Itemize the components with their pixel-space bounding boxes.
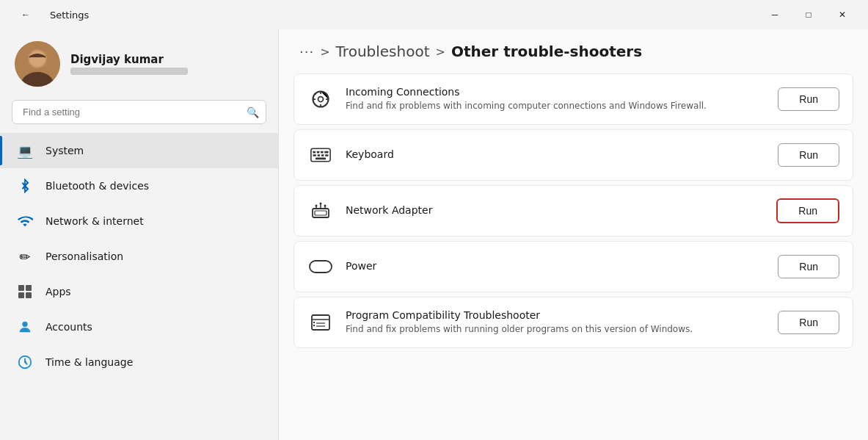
content-header: ··· > Troubleshoot > Other trouble-shoot…: [279, 29, 868, 73]
sidebar-item-network-label: Network & internet: [45, 215, 144, 227]
troubleshooter-list: Incoming Connections Find and fix proble…: [279, 73, 868, 348]
app-body: Digvijay kumar 🔍 💻 System Bluetooth & de…: [0, 29, 868, 440]
ts-title-compatibility: Program Compatibility Troubleshooter: [346, 309, 766, 321]
apps-icon: [15, 281, 35, 302]
power-icon: [307, 253, 334, 280]
sidebar-item-personalisation[interactable]: ✏️ Personalisation: [0, 239, 278, 274]
ts-item-incoming: Incoming Connections Find and fix proble…: [293, 73, 853, 125]
ts-desc-compatibility: Find and fix problems with running older…: [346, 323, 766, 336]
back-button[interactable]: ←: [9, 3, 43, 26]
sidebar-item-system[interactable]: 💻 System: [0, 133, 278, 168]
ts-title-network: Network Adapter: [346, 204, 765, 216]
time-icon: [15, 352, 35, 372]
ts-desc-incoming: Find and fix problems with incoming comp…: [346, 100, 766, 112]
svg-point-8: [22, 322, 27, 327]
svg-rect-17: [313, 154, 316, 156]
nav-list: 💻 System Bluetooth & devices Network & i…: [0, 133, 278, 380]
search-icon: 🔍: [247, 107, 259, 118]
ts-info-compatibility: Program Compatibility Troubleshooter Fin…: [346, 309, 766, 336]
svg-rect-20: [325, 154, 328, 156]
svg-point-3: [29, 51, 45, 67]
svg-point-29: [320, 203, 322, 205]
app-title: Settings: [50, 10, 89, 21]
svg-rect-15: [321, 151, 324, 154]
user-info: Digvijay kumar: [70, 53, 188, 75]
personalisation-icon: ✏️: [15, 246, 35, 267]
sidebar-item-accounts[interactable]: Accounts: [0, 309, 278, 345]
svg-rect-6: [18, 292, 24, 298]
svg-rect-36: [313, 325, 315, 326]
user-profile: Digvijay kumar: [0, 29, 278, 100]
sidebar-item-time-label: Time & language: [45, 356, 133, 368]
svg-rect-16: [324, 151, 328, 154]
close-button[interactable]: ✕: [825, 3, 859, 26]
breadcrumb-sep-1: >: [320, 45, 329, 59]
svg-rect-23: [315, 211, 327, 215]
back-icon: ←: [21, 10, 30, 20]
user-email: [70, 68, 188, 75]
breadcrumb-dots: ···: [299, 44, 314, 59]
minimize-button[interactable]: ─: [758, 3, 792, 26]
svg-rect-7: [26, 292, 32, 298]
ts-info-power: Power: [346, 260, 766, 274]
sidebar: Digvijay kumar 🔍 💻 System Bluetooth & de…: [0, 29, 279, 440]
incoming-icon: [307, 86, 334, 112]
maximize-button[interactable]: □: [792, 3, 825, 26]
svg-rect-18: [318, 154, 321, 156]
window-controls: ─ □ ✕: [758, 3, 859, 26]
ts-item-network: Network Adapter Run: [293, 185, 853, 237]
run-button-keyboard[interactable]: Run: [778, 143, 839, 167]
sidebar-item-apps[interactable]: Apps: [0, 274, 278, 309]
user-name: Digvijay kumar: [70, 53, 188, 66]
keyboard-icon: [307, 142, 334, 168]
search-input[interactable]: [12, 100, 266, 124]
ts-info-keyboard: Keyboard: [346, 148, 766, 162]
bluetooth-icon: [15, 176, 35, 196]
breadcrumb-sep-2: >: [436, 45, 445, 59]
svg-rect-19: [321, 154, 324, 156]
svg-point-27: [316, 205, 318, 207]
main-content: ··· > Troubleshoot > Other trouble-shoot…: [279, 29, 868, 440]
svg-point-28: [324, 205, 327, 207]
sidebar-item-bluetooth[interactable]: Bluetooth & devices: [0, 168, 278, 203]
svg-rect-30: [310, 261, 332, 273]
run-button-compatibility[interactable]: Run: [778, 311, 839, 334]
svg-point-11: [318, 97, 324, 102]
breadcrumb-troubleshoot[interactable]: Troubleshoot: [336, 43, 430, 60]
sidebar-item-personalisation-label: Personalisation: [45, 250, 123, 262]
sidebar-item-network[interactable]: Network & internet: [0, 203, 278, 239]
ts-item-compatibility: Program Compatibility Troubleshooter Fin…: [293, 297, 853, 348]
svg-rect-4: [18, 285, 24, 291]
svg-rect-14: [317, 151, 320, 154]
svg-rect-13: [313, 151, 316, 154]
sidebar-item-bluetooth-label: Bluetooth & devices: [45, 180, 149, 192]
ts-info-network: Network Adapter: [346, 204, 765, 218]
ts-title-incoming: Incoming Connections: [346, 86, 766, 98]
sidebar-item-time[interactable]: Time & language: [0, 345, 278, 380]
ts-title-power: Power: [346, 260, 766, 272]
ts-info-incoming: Incoming Connections Find and fix proble…: [346, 86, 766, 112]
run-button-power[interactable]: Run: [778, 255, 839, 278]
sidebar-item-apps-label: Apps: [45, 286, 71, 297]
network-adapter-icon: [307, 198, 334, 224]
network-icon: [15, 211, 35, 231]
ts-item-keyboard: Keyboard Run: [293, 129, 853, 181]
svg-rect-35: [313, 322, 315, 323]
svg-rect-5: [26, 285, 32, 291]
ts-item-power: Power Run: [293, 241, 853, 292]
sidebar-item-system-label: System: [45, 145, 84, 156]
titlebar-left: ← Settings: [9, 3, 89, 26]
system-icon: 💻: [15, 140, 35, 161]
compatibility-icon: [307, 309, 334, 336]
run-button-network[interactable]: Run: [776, 198, 839, 223]
avatar: [15, 41, 60, 87]
accounts-icon: [15, 317, 35, 337]
svg-rect-21: [316, 158, 326, 160]
search-box: 🔍: [12, 100, 266, 124]
titlebar: ← Settings ─ □ ✕: [0, 0, 868, 29]
ts-title-keyboard: Keyboard: [346, 148, 766, 160]
run-button-incoming[interactable]: Run: [778, 87, 839, 111]
sidebar-item-accounts-label: Accounts: [45, 321, 92, 333]
breadcrumb-current: Other trouble-shooters: [451, 43, 642, 60]
